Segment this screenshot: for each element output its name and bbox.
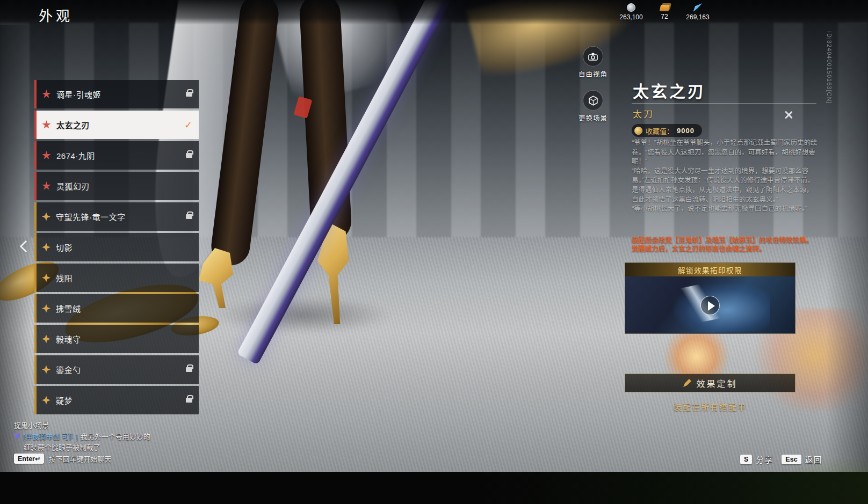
gold-emblem-icon — [42, 396, 50, 405]
currency-value: 72 — [661, 13, 668, 20]
lock-icon — [186, 398, 192, 403]
cube-icon — [588, 96, 598, 106]
change-scene-button[interactable] — [583, 90, 603, 111]
play-button[interactable] — [700, 296, 720, 315]
enter-keycap: Enter↵ — [14, 454, 44, 464]
lock-icon — [186, 214, 192, 219]
chat-message-text: 我另外一个号用妙妙的 — [81, 431, 150, 441]
chat-message-line-2: 红装蕨个腚眼子被制裁了 — [24, 442, 100, 452]
gold-emblem-icon — [42, 243, 50, 252]
player-id-watermark: ID|3240400150163[CN] — [826, 31, 833, 104]
bottom-bar — [0, 472, 868, 504]
esc-keycap: Esc — [782, 455, 801, 464]
skin-label: 灵狐幻刃 — [56, 180, 192, 192]
skin-label: 太玄之刃 — [56, 119, 184, 130]
equip-status-text: 装配在所有搭配中 — [625, 401, 795, 412]
skin-label: 残阳 — [56, 272, 192, 283]
camera-icon — [588, 53, 598, 61]
red-star-icon — [42, 181, 51, 191]
skin-item[interactable]: 守望先锋·竜一文字 — [34, 202, 199, 231]
currency-jade[interactable]: 269,163 — [684, 3, 711, 21]
currency-silver[interactable]: 263,100 — [618, 3, 645, 21]
effect-customize-button[interactable]: 效果定制 — [625, 374, 795, 392]
customize-label: 效果定制 — [696, 377, 737, 390]
appearance-screen: 外观 263,100 72 269,163 谪星·引魂姬太玄之刃✓2674·九阴… — [0, 0, 868, 504]
selected-check-icon: ✓ — [184, 119, 192, 131]
gold-emblem-icon — [42, 213, 50, 221]
effect-warning-text: 装配后会改变【百鬼斩】及魂玉【姑邪玉】的攻击特效效果。 觉醒威力后，太玄之刃的形… — [632, 237, 818, 253]
collection-coin-icon — [634, 127, 642, 135]
currency-value: 269,163 — [686, 13, 709, 21]
back-chevron-icon[interactable] — [17, 237, 33, 255]
red-star-icon — [42, 120, 51, 129]
gold-emblem-icon — [42, 274, 50, 282]
currency-bar: 263,100 72 269,163 — [618, 3, 711, 21]
back-label: 返回 — [805, 454, 822, 465]
skin-label: 拂雪绒 — [56, 303, 192, 314]
lock-icon — [186, 367, 192, 372]
red-star-icon — [42, 90, 51, 99]
skin-item[interactable]: 拂雪绒 — [34, 294, 199, 323]
collection-value-badge: 收藏值： 9000 — [632, 124, 702, 137]
change-scene-label: 更换场景 — [569, 113, 617, 123]
gold-emblem-icon — [42, 335, 50, 344]
share-label: 分享 — [756, 454, 773, 465]
currency-ticket[interactable]: 72 — [651, 3, 678, 21]
skin-item[interactable]: 灵狐幻刃 — [34, 172, 199, 200]
chat-message-line: [伴夜骑车创 可阝] 我另外一个号用妙妙的 — [14, 431, 150, 441]
chat-enter-hint[interactable]: Enter↵ 按下回车键开始聊天 — [14, 454, 111, 464]
spark-effect — [665, 328, 735, 379]
skin-item[interactable]: 毅魂守 — [34, 325, 199, 353]
effect-video-preview[interactable]: 解锁效果拓印权限 — [625, 262, 795, 334]
skin-item[interactable]: 切影 — [34, 233, 199, 261]
chat-scene-label: 捉鬼小场景 — [14, 420, 49, 430]
silver-coin-icon — [627, 3, 635, 12]
jade-feather-icon — [693, 3, 703, 12]
free-camera-label: 自由视角 — [569, 69, 617, 79]
ticket-icon — [659, 5, 670, 11]
collection-label: 收藏值： — [646, 126, 674, 136]
skin-label: 鎏金勺 — [56, 364, 186, 375]
back-button[interactable]: Esc 返回 — [782, 454, 822, 465]
red-star-icon — [42, 151, 51, 160]
crossed-swords-icon[interactable] — [782, 108, 795, 121]
enter-hint-text: 按下回车键开始聊天 — [48, 454, 111, 464]
skin-label: 疑梦 — [56, 395, 186, 406]
footer-actions: S 分享 Esc 返回 — [740, 454, 822, 465]
chat-channel-icon — [14, 433, 20, 439]
chat-sender[interactable]: [伴夜骑车创 可阝] — [23, 431, 78, 441]
gold-emblem-icon — [42, 366, 50, 374]
lock-icon — [186, 153, 192, 158]
weapon-type-label: 太刀 — [633, 107, 654, 120]
divider — [632, 103, 816, 104]
skin-label: 谪星·引魂姬 — [56, 89, 186, 100]
skin-item[interactable]: 残阳 — [34, 264, 199, 292]
warning-line-2: 觉醒威力后，太玄之刃的形态也会随之流转。 — [632, 245, 818, 254]
play-icon — [708, 301, 715, 311]
collection-value: 9000 — [677, 127, 695, 135]
lock-icon — [186, 92, 192, 97]
skin-item[interactable]: 太玄之刃✓ — [34, 111, 199, 139]
skin-lore-text: “爷爷！”胡桃坐在爷爷腿头，小手轻点那记载土蜀门家历史的绘卷。“您看役大人这把刀… — [632, 138, 818, 214]
share-keycap: S — [740, 455, 752, 464]
video-title: 解锁效果拓印权限 — [678, 265, 742, 275]
page-title: 外观 — [39, 5, 73, 25]
top-bar — [0, 0, 868, 25]
skin-label: 切影 — [56, 242, 192, 253]
skin-label: 守望先锋·竜一文字 — [56, 211, 186, 222]
skin-item[interactable]: 疑梦 — [34, 386, 199, 414]
currency-value: 263,100 — [619, 13, 642, 21]
skin-list: 谪星·引魂姬太玄之刃✓2674·九阴灵狐幻刃守望先锋·竜一文字切影残阳拂雪绒毅魂… — [34, 80, 199, 414]
skin-item[interactable]: 2674·九阴 — [34, 141, 199, 170]
character-shadow — [215, 296, 392, 334]
free-camera-button[interactable] — [583, 46, 603, 67]
share-button[interactable]: S 分享 — [740, 454, 773, 465]
video-header: 解锁效果拓印权限 — [625, 263, 795, 276]
weapon-skin-title: 太玄之刃 — [633, 78, 706, 102]
brush-icon — [683, 379, 691, 388]
gold-emblem-icon — [42, 304, 50, 313]
skin-label: 毅魂守 — [56, 333, 192, 345]
skin-item[interactable]: 谪星·引魂姬 — [34, 80, 199, 108]
skin-item[interactable]: 鎏金勺 — [34, 355, 199, 384]
skin-label: 2674·九阴 — [56, 150, 186, 161]
